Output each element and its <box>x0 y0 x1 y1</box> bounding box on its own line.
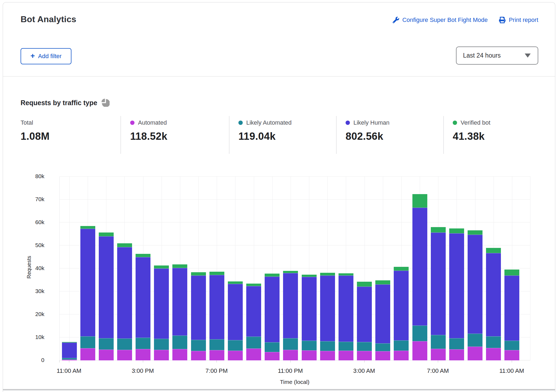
pie-chart-icon <box>101 99 110 107</box>
bar-segment-automated <box>191 351 206 360</box>
bar-segment-automated <box>357 351 372 360</box>
bar-segment-verified-bot <box>172 264 187 268</box>
bar-11-00-pm-12[interactable] <box>283 271 298 360</box>
bar-5-00-am-18[interactable] <box>394 267 409 360</box>
x-tick-label: 7:00 AM <box>416 367 459 374</box>
bar-segment-likely-human <box>99 236 114 338</box>
kpi-likely-human-label: Likely Human <box>353 119 389 126</box>
bar-segment-automated <box>154 350 169 360</box>
y-tick-label: 60k <box>14 219 44 225</box>
page-title: Bot Analytics <box>21 14 76 24</box>
bar-10-00-am-23[interactable] <box>486 248 501 360</box>
kpi-likely-automated[interactable]: Likely Automated 119.04k <box>238 119 292 142</box>
kpi-likely-human-value: 802.56k <box>346 131 389 142</box>
bar-2-00-am-15[interactable] <box>339 273 353 360</box>
bar-segment-verified-bot <box>228 281 243 284</box>
bar-segment-verified-bot <box>246 284 261 286</box>
bar-9-00-pm-10[interactable] <box>246 284 261 360</box>
bar-segment-likely-human <box>431 232 446 335</box>
bar-segment-automated <box>302 350 317 360</box>
bar-segment-likely-automated <box>136 338 150 349</box>
bar-segment-automated <box>486 348 501 360</box>
bar-segment-likely-automated <box>394 340 409 351</box>
bar-segment-likely-human <box>80 229 95 336</box>
axis-origin-tick <box>59 360 60 363</box>
section-title-row: Requests by traffic type <box>21 99 110 107</box>
bar-12-00-pm-1[interactable] <box>80 226 95 360</box>
print-link-label: Print report <box>509 16 538 24</box>
header-divider <box>3 76 555 77</box>
bar-segment-automated <box>265 352 280 360</box>
configure-link-label: Configure Super Bot Fight Mode <box>402 16 488 24</box>
bar-segment-automated <box>320 351 335 360</box>
bar-8-00-pm-9[interactable] <box>228 281 243 360</box>
bar-segment-likely-human <box>191 275 206 340</box>
kpi-automated-label: Automated <box>138 119 167 126</box>
bar-segment-verified-bot <box>412 194 427 208</box>
bar-segment-likely-human <box>504 275 519 341</box>
verified-bot-legend-dot <box>453 121 457 125</box>
x-tick-mark <box>143 360 143 363</box>
x-tick-label: 11:00 AM <box>47 367 91 374</box>
bar-segment-verified-bot <box>375 280 390 284</box>
bar-6-00-am-19[interactable] <box>412 194 427 360</box>
header-links: Configure Super Bot Fight Mode Print rep… <box>393 16 538 24</box>
bar-4-00-pm-5[interactable] <box>154 265 169 360</box>
kpi-automated[interactable]: Automated 118.52k <box>130 119 167 142</box>
print-report-link[interactable]: Print report <box>499 16 538 24</box>
bar-segment-verified-bot <box>191 272 206 275</box>
bar-1-00-pm-2[interactable] <box>99 232 114 360</box>
bar-segment-likely-human <box>265 277 280 342</box>
bar-segment-likely-human <box>172 268 187 335</box>
y-axis-tick-labels: 010k20k30k40k50k60k70k80k <box>14 177 44 360</box>
bar-segment-likely-automated <box>486 336 501 348</box>
bar-segment-likely-automated <box>154 339 169 350</box>
kpi-verified-bot[interactable]: Verified bot 41.38k <box>453 119 490 142</box>
bar-segment-verified-bot <box>283 271 298 273</box>
bar-segment-automated <box>375 351 390 360</box>
gridline-h <box>60 222 530 222</box>
bar-segment-verified-bot <box>302 275 317 277</box>
bar-segment-verified-bot <box>394 267 409 271</box>
bar-6-00-pm-7[interactable] <box>191 272 206 360</box>
bar-9-00-am-22[interactable] <box>468 230 482 360</box>
bar-12-00-am-13[interactable] <box>302 275 317 360</box>
bar-segment-automated <box>431 349 446 360</box>
bar-segment-verified-bot <box>486 248 501 253</box>
y-tick-label: 80k <box>14 173 44 180</box>
bar-3-00-am-16[interactable] <box>357 282 372 360</box>
add-filter-label: Add filter <box>38 53 62 60</box>
bar-7-00-pm-8[interactable] <box>209 272 224 360</box>
bar-1-00-am-14[interactable] <box>320 273 335 360</box>
bar-segment-verified-bot <box>154 265 169 268</box>
bar-segment-automated <box>80 348 95 360</box>
y-tick-label: 10k <box>14 334 44 340</box>
bar-segment-likely-automated <box>449 338 464 349</box>
bar-segment-likely-automated <box>357 342 372 351</box>
bar-11-00-am-0[interactable] <box>62 342 77 360</box>
chevron-down-icon <box>525 54 531 58</box>
bar-4-00-am-17[interactable] <box>375 280 390 360</box>
x-tick-mark <box>69 360 69 363</box>
bar-3-00-pm-4[interactable] <box>136 254 150 360</box>
bar-5-00-pm-6[interactable] <box>172 264 187 360</box>
bar-segment-verified-bot <box>449 228 464 233</box>
time-range-select[interactable]: Last 24 hours <box>456 46 538 65</box>
bar-segment-automated <box>172 349 187 360</box>
bar-8-00-am-21[interactable] <box>449 228 464 360</box>
y-tick-label: 20k <box>14 311 44 317</box>
kpi-total: Total 1.08M <box>21 119 50 142</box>
bar-7-00-am-20[interactable] <box>431 227 446 360</box>
wrench-icon <box>393 17 399 23</box>
bar-segment-likely-human <box>246 286 261 337</box>
gridline-v <box>530 177 530 360</box>
y-tick-label: 50k <box>14 242 44 248</box>
bar-2-00-pm-3[interactable] <box>117 243 132 361</box>
kpi-likely-human[interactable]: Likely Human 802.56k <box>346 119 389 142</box>
configure-super-bot-fight-mode-link[interactable]: Configure Super Bot Fight Mode <box>393 16 488 24</box>
add-filter-button[interactable]: + Add filter <box>21 48 71 64</box>
bar-segment-automated <box>504 350 519 360</box>
bar-segment-likely-automated <box>468 334 482 347</box>
bar-11-00-am-24[interactable] <box>504 270 519 360</box>
bar-10-00-pm-11[interactable] <box>265 274 280 360</box>
